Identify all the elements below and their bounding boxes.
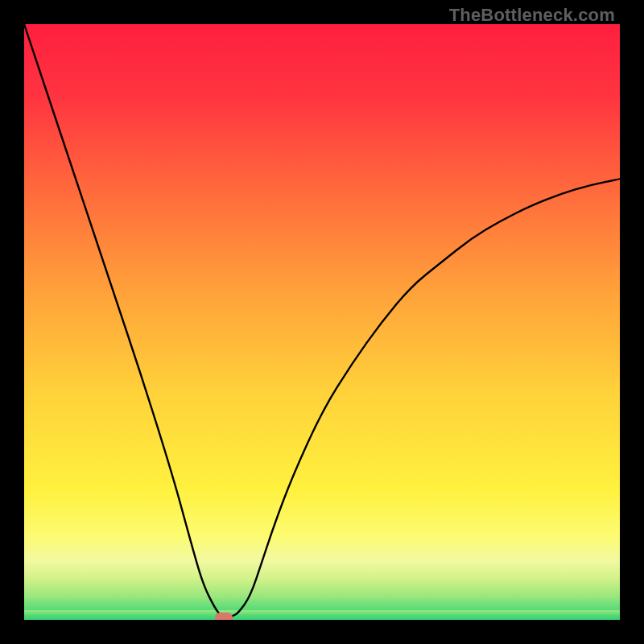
curve-svg <box>24 24 620 620</box>
plot-area <box>24 24 620 620</box>
chart-frame <box>24 24 620 620</box>
watermark-text: TheBottleneck.com <box>449 5 615 26</box>
minimum-marker <box>215 613 233 620</box>
bottleneck-curve <box>24 24 620 617</box>
